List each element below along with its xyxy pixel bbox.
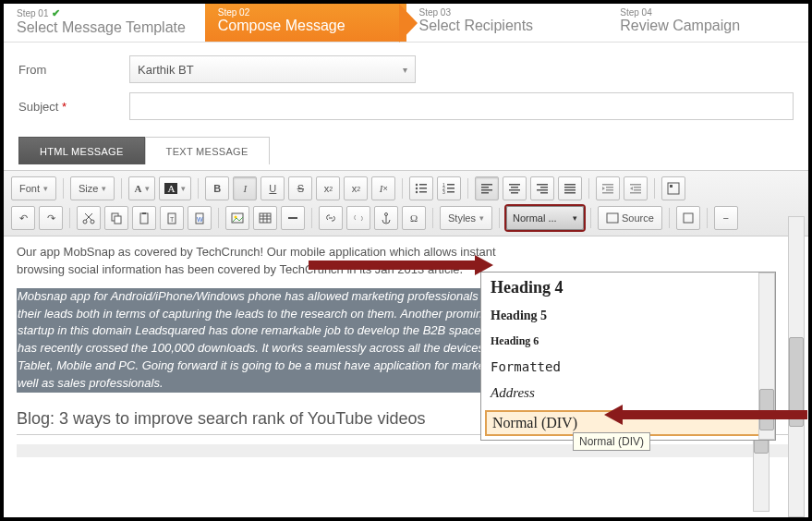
subject-input[interactable] bbox=[129, 92, 794, 120]
bullet-list-button[interactable] bbox=[409, 176, 433, 200]
image-icon bbox=[231, 212, 244, 224]
align-center-button[interactable] bbox=[503, 176, 527, 200]
align-left-icon bbox=[480, 182, 493, 195]
align-right-icon bbox=[536, 182, 549, 195]
format-option-h6[interactable]: Heading 6 bbox=[481, 329, 775, 354]
svg-rect-64 bbox=[607, 213, 618, 223]
svg-rect-10 bbox=[447, 188, 454, 189]
align-justify-button[interactable] bbox=[558, 176, 582, 200]
bullet-list-icon bbox=[415, 182, 428, 195]
from-select[interactable]: Karthik BT ▾ bbox=[129, 55, 416, 83]
svg-text:3: 3 bbox=[442, 189, 445, 195]
strikethrough-button[interactable]: S bbox=[288, 176, 312, 200]
svg-marker-35 bbox=[630, 187, 633, 190]
source-button[interactable]: Source bbox=[598, 206, 662, 230]
unlink-button[interactable] bbox=[346, 206, 370, 230]
special-char-button[interactable]: Ω bbox=[402, 206, 426, 230]
outdent-button[interactable] bbox=[596, 176, 620, 200]
step-label: Select Recipients bbox=[419, 18, 595, 34]
text-color-button[interactable]: A▾ bbox=[128, 176, 155, 200]
svg-rect-26 bbox=[564, 187, 576, 188]
from-value: Karthik BT bbox=[138, 63, 194, 77]
chevron-down-icon: ▾ bbox=[403, 65, 407, 75]
subject-label: Subject * bbox=[18, 100, 129, 114]
from-label: From bbox=[18, 63, 129, 77]
superscript-button[interactable]: x2 bbox=[344, 176, 368, 200]
step-4[interactable]: Step 04 Review Campaign bbox=[607, 4, 808, 42]
underline-button[interactable]: U bbox=[261, 176, 285, 200]
table-icon bbox=[259, 212, 272, 224]
svg-rect-25 bbox=[564, 184, 576, 186]
maximize-icon bbox=[682, 212, 695, 224]
blocks-icon bbox=[667, 182, 680, 195]
svg-rect-16 bbox=[481, 192, 489, 194]
image-button[interactable] bbox=[225, 206, 249, 230]
svg-rect-34 bbox=[630, 184, 641, 186]
align-right-button[interactable] bbox=[530, 176, 554, 200]
campaign-form: From Karthik BT ▾ Subject * HTML MESSAGE… bbox=[4, 42, 808, 170]
highlight-color-button[interactable]: A▾ bbox=[159, 176, 191, 200]
svg-rect-24 bbox=[540, 192, 548, 194]
svg-text:W: W bbox=[197, 216, 203, 223]
svg-rect-28 bbox=[564, 192, 576, 194]
format-option-formatted[interactable]: Formatted bbox=[481, 354, 775, 380]
svg-rect-32 bbox=[606, 189, 613, 191]
annotation-arrow-left bbox=[309, 253, 493, 277]
subscript-button[interactable]: x2 bbox=[316, 176, 340, 200]
check-icon: ✔ bbox=[52, 7, 60, 19]
svg-rect-27 bbox=[564, 189, 576, 191]
numbered-list-button[interactable]: 123 bbox=[437, 176, 461, 200]
size-combo[interactable]: Size▾ bbox=[70, 176, 115, 200]
collapse-toolbar-button[interactable]: − bbox=[714, 206, 738, 230]
svg-rect-15 bbox=[481, 189, 492, 191]
cut-button[interactable] bbox=[77, 206, 101, 230]
svg-rect-65 bbox=[684, 213, 693, 223]
indent-button[interactable] bbox=[624, 176, 648, 200]
step-2[interactable]: Step 02 Compose Message bbox=[205, 4, 406, 42]
svg-point-5 bbox=[416, 191, 418, 193]
undo-button[interactable]: ↶ bbox=[11, 206, 35, 230]
svg-rect-29 bbox=[602, 184, 613, 186]
svg-marker-30 bbox=[602, 187, 605, 190]
page-scrollbar[interactable] bbox=[788, 216, 805, 517]
hr-button[interactable] bbox=[281, 206, 305, 230]
bold-button[interactable]: B bbox=[205, 176, 229, 200]
svg-rect-18 bbox=[511, 187, 518, 188]
tab-html[interactable]: HTML MESSAGE bbox=[18, 137, 145, 164]
svg-marker-67 bbox=[475, 255, 493, 275]
table-button[interactable] bbox=[253, 206, 277, 230]
maximize-button[interactable] bbox=[676, 206, 700, 230]
svg-rect-38 bbox=[630, 192, 641, 194]
clear-format-button[interactable]: I× bbox=[371, 176, 395, 200]
align-justify-icon bbox=[564, 182, 576, 195]
svg-rect-47 bbox=[140, 213, 148, 224]
anchor-button[interactable] bbox=[374, 206, 398, 230]
paste-button[interactable] bbox=[132, 206, 156, 230]
step-3[interactable]: Step 03 Select Recipients bbox=[406, 4, 608, 42]
paste-word-button[interactable]: W bbox=[188, 206, 212, 230]
copy-button[interactable] bbox=[104, 206, 128, 230]
svg-rect-8 bbox=[447, 184, 454, 186]
svg-rect-40 bbox=[670, 185, 673, 188]
format-combo[interactable]: Normal ...▾ bbox=[506, 206, 584, 230]
redo-button[interactable]: ↷ bbox=[39, 206, 63, 230]
svg-marker-0 bbox=[399, 4, 418, 42]
paste-text-button[interactable]: T bbox=[160, 206, 184, 230]
editor-toolbar: Font▾ Size▾ A▾ A▾ B I U S x2 x2 I× 123 bbox=[4, 171, 808, 236]
svg-marker-68 bbox=[604, 405, 623, 425]
format-option-h4[interactable]: Heading 4 bbox=[481, 273, 775, 303]
svg-rect-21 bbox=[537, 184, 548, 186]
svg-point-41 bbox=[83, 220, 87, 224]
italic-button[interactable]: I bbox=[233, 176, 257, 200]
font-combo[interactable]: Font▾ bbox=[11, 176, 56, 200]
styles-combo[interactable]: Styles▾ bbox=[440, 206, 492, 230]
tab-text[interactable]: TEXT MESSAGE bbox=[145, 137, 270, 164]
align-left-button[interactable] bbox=[475, 176, 499, 200]
format-option-h5[interactable]: Heading 5 bbox=[481, 303, 775, 329]
show-blocks-button[interactable] bbox=[661, 176, 685, 200]
svg-rect-48 bbox=[142, 212, 146, 214]
link-button[interactable] bbox=[319, 206, 343, 230]
paste-text-icon: T bbox=[165, 212, 178, 224]
svg-rect-36 bbox=[634, 187, 641, 188]
step-1[interactable]: Step 01 ✔ Select Message Template bbox=[4, 4, 205, 42]
